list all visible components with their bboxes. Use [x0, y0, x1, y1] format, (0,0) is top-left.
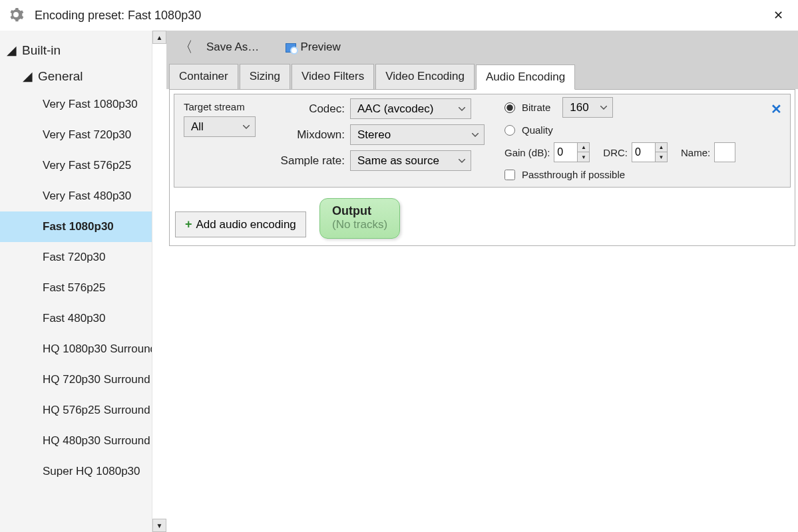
codec-label: Codec: — [276, 102, 345, 116]
quality-radio[interactable] — [504, 125, 515, 136]
scroll-down-icon[interactable]: ▼ — [152, 519, 166, 532]
output-subtitle: (No tracks) — [332, 218, 387, 231]
sidebar-scrollbar[interactable]: ▲ ▼ — [152, 31, 166, 532]
mixdown-select[interactable]: Stereo — [350, 124, 485, 145]
preset-item[interactable]: HQ 576p25 Surround — [0, 395, 152, 426]
drc-stepper[interactable]: ▲▼ — [632, 142, 668, 162]
add-audio-encoding-button[interactable]: + Add audio encoding — [175, 211, 306, 237]
bitrate-select[interactable]: 160 — [562, 97, 613, 118]
drc-input[interactable] — [632, 143, 655, 162]
gear-icon — [8, 7, 35, 25]
drc-up-icon[interactable]: ▲ — [656, 143, 667, 152]
gain-input[interactable] — [554, 143, 577, 162]
gain-stepper[interactable]: ▲▼ — [554, 142, 590, 162]
preset-item[interactable]: Very Fast 480p30 — [0, 181, 152, 211]
passthrough-checkbox[interactable] — [504, 170, 515, 180]
close-icon[interactable]: ✕ — [767, 5, 790, 25]
scroll-up-icon[interactable]: ▲ — [152, 31, 166, 44]
sample-rate-select[interactable]: Same as source — [350, 150, 471, 171]
gain-label: Gain (dB): — [504, 147, 550, 158]
target-stream-select[interactable]: All — [184, 116, 256, 137]
tab-audio-encoding[interactable]: Audio Encoding — [476, 65, 575, 90]
mixdown-label: Mixdown: — [276, 128, 345, 142]
target-stream-label: Target stream — [184, 101, 256, 112]
preset-item[interactable]: HQ 480p30 Surround — [0, 426, 152, 456]
name-label: Name: — [681, 147, 710, 158]
output-chip[interactable]: Output (No tracks) — [319, 198, 400, 239]
collapse-icon: ◢ — [23, 68, 33, 84]
preset-item[interactable]: Fast 1080p30 — [0, 211, 152, 242]
tab-video-encoding[interactable]: Video Encoding — [375, 64, 475, 89]
tab-container[interactable]: Container — [169, 64, 238, 89]
remove-encoding-icon[interactable]: ✕ — [771, 101, 782, 117]
drc-label: DRC: — [603, 147, 628, 158]
preset-item[interactable]: Super HQ 1080p30 — [0, 456, 152, 487]
preview-button[interactable]: Preview — [286, 41, 340, 54]
preset-item[interactable]: Very Fast 1080p30 — [0, 89, 152, 120]
preset-item[interactable]: HQ 720p30 Surround — [0, 364, 152, 395]
drc-down-icon[interactable]: ▼ — [656, 152, 667, 162]
bitrate-label: Bitrate — [522, 102, 550, 113]
passthrough-label: Passthrough if possible — [522, 169, 625, 180]
output-title: Output — [332, 204, 387, 218]
codec-select[interactable]: AAC (avcodec) — [350, 98, 471, 119]
bitrate-radio[interactable] — [504, 102, 515, 113]
gain-down-icon[interactable]: ▼ — [578, 152, 589, 162]
preset-item[interactable]: Fast 480p30 — [0, 303, 152, 334]
preset-item[interactable]: Very Fast 576p25 — [0, 150, 152, 181]
sample-rate-label: Sample rate: — [276, 154, 345, 168]
tab-video-filters[interactable]: Video Filters — [292, 64, 374, 89]
preset-item[interactable]: HQ 1080p30 Surround — [0, 334, 152, 364]
preset-item[interactable]: Very Fast 720p30 — [0, 120, 152, 150]
collapse-icon: ◢ — [7, 43, 17, 58]
window-title: Encoding preset: Fast 1080p30 — [35, 9, 201, 23]
tree-root-builtin[interactable]: ◢ Built-in — [0, 37, 152, 63]
quality-label: Quality — [522, 124, 553, 136]
back-button[interactable]: 〈 — [174, 37, 197, 57]
tabstrip: ContainerSizingVideo FiltersVideo Encodi… — [166, 64, 798, 89]
preset-item[interactable]: Fast 576p25 — [0, 273, 152, 303]
tree-group-general[interactable]: ◢ General — [0, 63, 152, 89]
preset-item[interactable]: Fast 720p30 — [0, 242, 152, 273]
gain-up-icon[interactable]: ▲ — [578, 143, 589, 152]
tab-sizing[interactable]: Sizing — [240, 64, 290, 89]
name-input[interactable] — [714, 142, 735, 162]
preview-icon — [286, 43, 296, 53]
save-as-button[interactable]: Save As… — [206, 41, 259, 54]
audio-encoding-block: ✕ Target stream All Codec: AAC (avcodec) — [174, 94, 791, 188]
preset-sidebar: ◢ Built-in ◢ General Very Fast 1080p30Ve… — [0, 31, 166, 532]
plus-icon: + — [185, 217, 192, 231]
